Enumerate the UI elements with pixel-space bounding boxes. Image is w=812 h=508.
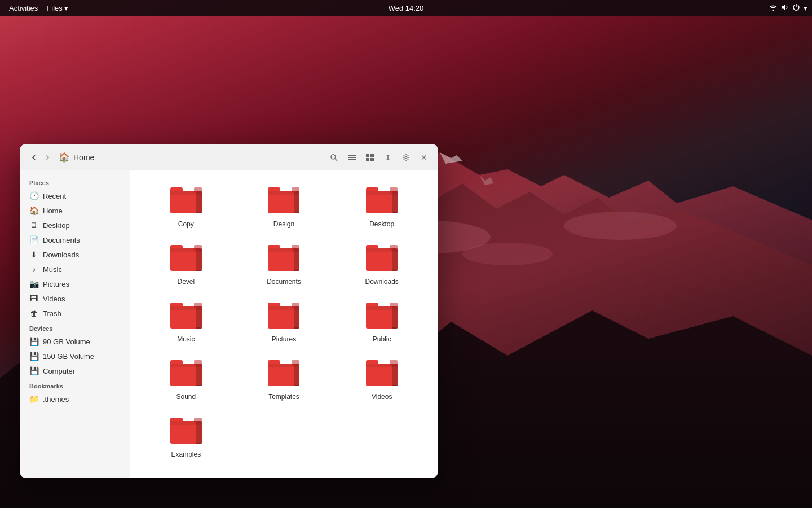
file-label-pictures: Pictures <box>272 335 296 343</box>
svg-point-7 <box>462 243 553 265</box>
grid-view-button[interactable] <box>363 151 377 164</box>
svg-rect-49 <box>292 245 299 251</box>
sidebar-videos-label: Videos <box>43 295 65 303</box>
file-item-design[interactable]: Design <box>237 179 331 233</box>
wifi-icon[interactable] <box>769 3 778 13</box>
downloads-sidebar-icon: ⬇ <box>29 250 38 259</box>
folder-svg-templates <box>267 358 301 388</box>
files-menu[interactable]: Files ▾ <box>42 4 72 12</box>
file-label-devel: Devel <box>177 278 195 286</box>
sidebar-item-downloads[interactable]: ⬇ Downloads <box>20 247 130 262</box>
videos-sidebar-icon: 🎞 <box>29 294 38 303</box>
sidebar-item-music[interactable]: ♪ Music <box>20 262 130 277</box>
folder-icon-pictures <box>267 300 301 332</box>
computer-icon: 💾 <box>29 366 38 375</box>
file-grid: Copy Design <box>139 179 429 463</box>
system-dropdown-icon[interactable]: ▾ <box>804 4 807 12</box>
sidebar-downloads-label: Downloads <box>43 251 79 259</box>
folder-icon-desktop <box>365 185 399 217</box>
close-button[interactable]: ✕ <box>417 151 431 164</box>
sort-button[interactable] <box>381 151 395 164</box>
svg-rect-43 <box>194 245 202 251</box>
file-item-devel[interactable]: Devel <box>139 237 233 290</box>
svg-rect-97 <box>194 418 202 423</box>
file-label-copy: Copy <box>178 220 194 228</box>
svg-rect-59 <box>196 327 202 329</box>
sidebar-item-90gb[interactable]: 💾 90 GB Volume <box>20 334 130 349</box>
file-label-downloads: Downloads <box>365 278 398 286</box>
folder-svg-sound <box>169 358 203 388</box>
file-item-downloads[interactable]: Downloads <box>335 237 429 290</box>
sidebar-item-recent[interactable]: 🕐 Recent <box>20 189 130 203</box>
sidebar-trash-label: Trash <box>43 309 61 318</box>
file-label-public: Public <box>373 335 391 343</box>
themes-icon: 📁 <box>29 395 38 404</box>
folder-icon-sound <box>169 358 203 389</box>
folder-svg-documents <box>267 243 301 273</box>
folder-svg-examples <box>169 415 203 446</box>
sidebar-90gb-label: 90 GB Volume <box>43 338 90 346</box>
sidebar-item-pictures[interactable]: 📷 Pictures <box>20 277 130 291</box>
sidebar-item-150gb[interactable]: 💾 150 GB Volume <box>20 349 130 364</box>
file-label-templates: Templates <box>268 393 299 401</box>
sidebar-item-home[interactable]: 🏠 Home <box>20 203 130 218</box>
topbar-right-icons: ▾ <box>769 3 807 13</box>
sidebar-home-label: Home <box>43 207 63 215</box>
svg-line-10 <box>336 159 338 161</box>
sidebar-desktop-label: Desktop <box>43 221 70 230</box>
file-item-sound[interactable]: Sound <box>139 352 233 405</box>
svg-rect-16 <box>366 158 369 161</box>
file-item-videos[interactable]: Videos <box>335 352 429 405</box>
titlebar-actions: ✕ <box>327 151 431 164</box>
folder-icon-public <box>365 300 399 332</box>
volume-icon[interactable] <box>781 3 789 13</box>
file-label-examples: Examples <box>171 450 201 458</box>
power-icon[interactable] <box>792 3 800 13</box>
file-item-templates[interactable]: Templates <box>237 352 331 405</box>
sidebar-recent-label: Recent <box>43 192 66 200</box>
sidebar-item-computer[interactable]: 💾 Computer <box>20 364 130 378</box>
settings-button[interactable] <box>399 151 413 164</box>
folder-svg-music <box>169 300 203 331</box>
file-item-desktop[interactable]: Desktop <box>335 179 429 233</box>
sidebar-documents-label: Documents <box>43 236 80 244</box>
sidebar-computer-label: Computer <box>43 367 75 375</box>
svg-rect-23 <box>196 212 202 213</box>
sidebar-item-videos[interactable]: 🎞 Videos <box>20 291 130 306</box>
svg-rect-13 <box>348 159 356 160</box>
folder-icon-examples <box>169 415 203 447</box>
file-grid-area: Copy Design <box>130 170 438 478</box>
file-item-pictures[interactable]: Pictures <box>237 295 331 348</box>
nav-forward-button[interactable] <box>41 151 54 164</box>
folder-icon-downloads <box>365 243 399 274</box>
file-item-music[interactable]: Music <box>139 295 233 348</box>
folder-svg-videos <box>365 358 399 388</box>
folder-svg-pictures <box>267 300 301 331</box>
svg-rect-11 <box>348 155 356 156</box>
vol90-icon: 💾 <box>29 337 38 346</box>
sidebar-item-trash[interactable]: 🗑 Trash <box>20 306 130 321</box>
svg-rect-17 <box>370 158 374 161</box>
devices-section-header: Devices <box>20 321 130 334</box>
sidebar-150gb-label: 150 GB Volume <box>43 352 94 361</box>
file-manager-window: 🏠 Home <box>20 144 438 478</box>
file-item-examples[interactable]: Examples <box>139 410 233 463</box>
sidebar-item-documents[interactable]: 📄 Documents <box>20 233 130 247</box>
nav-back-button[interactable] <box>27 151 41 164</box>
activities-button[interactable]: Activities <box>5 4 42 12</box>
list-view-button[interactable] <box>345 151 359 164</box>
svg-rect-77 <box>196 385 202 386</box>
sidebar-item-desktop[interactable]: 🖥 Desktop <box>20 218 130 233</box>
desktop-sidebar-icon: 🖥 <box>29 221 38 230</box>
search-button[interactable] <box>327 151 341 164</box>
sidebar-item-themes[interactable]: 📁 .themes <box>20 392 130 406</box>
file-item-public[interactable]: Public <box>335 295 429 348</box>
file-item-documents[interactable]: Documents <box>237 237 331 290</box>
svg-rect-85 <box>292 360 299 366</box>
svg-rect-41 <box>196 270 202 271</box>
svg-rect-12 <box>348 157 356 158</box>
file-item-copy[interactable]: Copy <box>139 179 233 233</box>
files-label: Files <box>47 4 62 12</box>
file-label-videos: Videos <box>372 393 392 401</box>
svg-rect-79 <box>194 360 202 366</box>
